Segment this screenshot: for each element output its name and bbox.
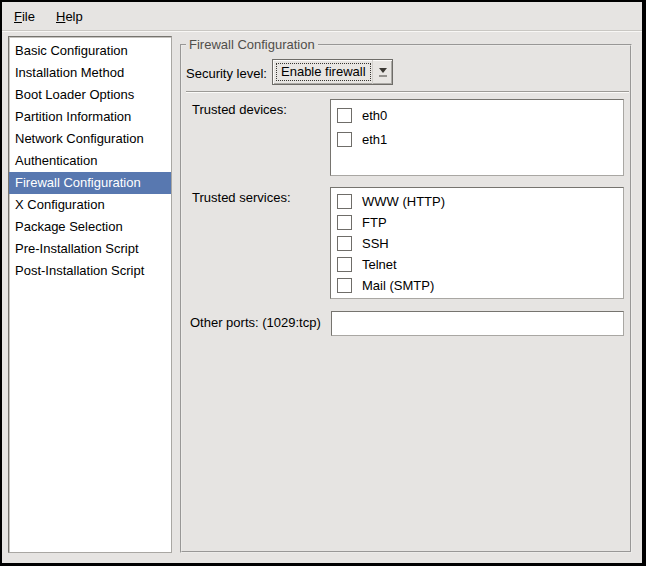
other-ports-input[interactable] — [331, 311, 624, 336]
trusted-services-list: WWW (HTTP) FTP SSH Telnet Mail (SMTP) — [330, 187, 624, 299]
service-label: Mail (SMTP) — [362, 278, 434, 293]
checkbox-unchecked-icon[interactable] — [337, 132, 352, 147]
service-row[interactable]: WWW (HTTP) — [331, 191, 623, 212]
checkbox-unchecked-icon[interactable] — [337, 194, 352, 209]
trusted-devices-list: eth0 eth1 — [330, 99, 624, 176]
checkbox-unchecked-icon[interactable] — [337, 236, 352, 251]
other-ports-label: Other ports: (1029:tcp) — [190, 315, 321, 331]
dropdown-arrow-icon — [372, 60, 392, 84]
sidebar-item-authentication[interactable]: Authentication — [9, 150, 171, 172]
sidebar-item-package-selection[interactable]: Package Selection — [9, 216, 171, 238]
sidebar-item-x-configuration[interactable]: X Configuration — [9, 194, 171, 216]
checkbox-unchecked-icon[interactable] — [337, 257, 352, 272]
service-row[interactable]: Telnet — [331, 254, 623, 275]
device-label: eth0 — [362, 108, 387, 123]
menubar: File Help — [2, 2, 642, 31]
menu-file[interactable]: File — [12, 8, 37, 25]
checkbox-unchecked-icon[interactable] — [337, 108, 352, 123]
service-row[interactable]: FTP — [331, 212, 623, 233]
service-row[interactable]: Mail (SMTP) — [331, 275, 623, 296]
separator — [186, 91, 629, 93]
service-label: WWW (HTTP) — [362, 194, 445, 209]
service-label: Telnet — [362, 257, 397, 272]
service-label: FTP — [362, 215, 387, 230]
application-window: File Help Basic Configuration Installati… — [0, 0, 646, 566]
trusted-devices-label: Trusted devices: — [192, 102, 287, 118]
sidebar-item-basic-configuration[interactable]: Basic Configuration — [9, 40, 171, 62]
sidebar-item-partition-information[interactable]: Partition Information — [9, 106, 171, 128]
trusted-services-label: Trusted services: — [192, 190, 291, 206]
section-list: Basic Configuration Installation Method … — [8, 36, 172, 553]
security-level-label: Security level: — [186, 66, 267, 82]
sidebar-item-post-installation-script[interactable]: Post-Installation Script — [9, 260, 171, 282]
sidebar-item-network-configuration[interactable]: Network Configuration — [9, 128, 171, 150]
checkbox-unchecked-icon[interactable] — [337, 215, 352, 230]
service-label: SSH — [362, 236, 389, 251]
sidebar-item-firewall-configuration[interactable]: Firewall Configuration — [9, 172, 171, 194]
device-row[interactable]: eth1 — [331, 127, 623, 151]
checkbox-unchecked-icon[interactable] — [337, 278, 352, 293]
service-row[interactable]: SSH — [331, 233, 623, 254]
sidebar-item-boot-loader-options[interactable]: Boot Loader Options — [9, 84, 171, 106]
device-label: eth1 — [362, 132, 387, 147]
sidebar-item-pre-installation-script[interactable]: Pre-Installation Script — [9, 238, 171, 260]
security-level-value: Enable firewall — [276, 63, 371, 81]
menu-help[interactable]: Help — [54, 8, 85, 25]
device-row[interactable]: eth0 — [331, 103, 623, 127]
frame-title: Firewall Configuration — [186, 37, 318, 53]
sidebar-item-installation-method[interactable]: Installation Method — [9, 62, 171, 84]
security-level-select[interactable]: Enable firewall — [272, 59, 393, 85]
